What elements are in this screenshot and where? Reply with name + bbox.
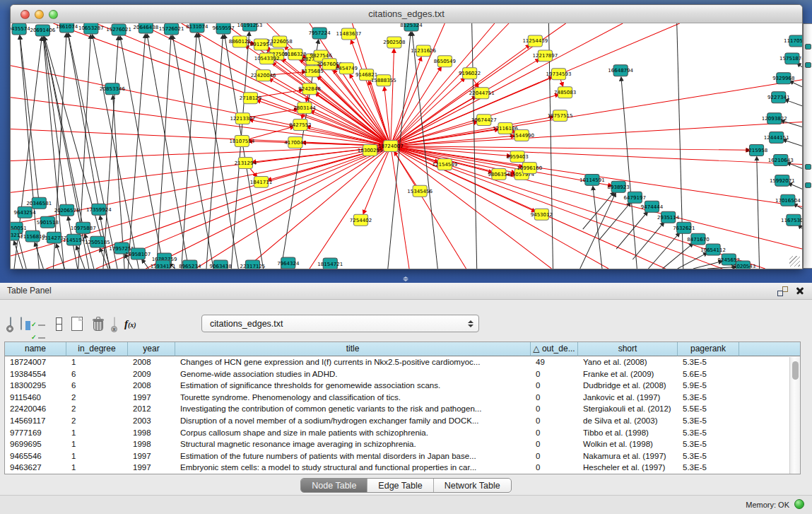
graph-edge[interactable] [11,98,391,146]
graph-node[interactable]: 12093822 [762,113,787,124]
graph-node[interactable]: 11170546 [784,35,802,47]
table-cell[interactable]: Franke et al. (2009) [578,368,678,380]
graph-edge[interactable] [310,146,391,269]
graph-node[interactable]: 20206576 [54,204,80,216]
graph-node[interactable]: 8860123 [229,36,251,47]
graph-node[interactable]: 16648794 [608,65,633,76]
vertical-scrollbar[interactable] [789,357,800,474]
graph-node[interactable]: 12505185 [85,236,110,247]
graph-edge[interactable] [391,146,608,269]
table-cell[interactable]: 5.3E-5 [678,415,739,427]
scrollbar-thumb[interactable] [792,361,799,380]
graph-node[interactable]: 7964324 [277,257,300,269]
graph-node[interactable]: 18757515 [548,110,573,122]
graph-node[interactable]: 9474444 [641,201,664,212]
graph-edge[interactable] [156,36,171,269]
table-cell[interactable]: 9463627 [5,462,66,474]
graph-edge[interactable] [142,259,148,269]
graph-node[interactable]: 18107554 [229,136,254,147]
graph-edge[interactable] [231,33,249,269]
table-row[interactable]: 1872400712008Changes of HCN gene express… [5,356,800,368]
table-cell[interactable]: 5.6E-5 [678,368,739,380]
table-cell[interactable]: Hescheler et al. (1997) [578,462,678,474]
table-cell[interactable]: 2009 [128,368,175,380]
table-cell[interactable]: 5.5E-5 [678,403,739,415]
graph-node[interactable]: 2718129 [240,93,261,104]
graph-node[interactable]: 9435574 [11,23,30,35]
graph-node[interactable]: 20691406 [30,25,55,36]
column-header-year[interactable]: year [128,342,175,356]
table-row[interactable]: 1830029562008Estimation of significance … [5,380,800,392]
table-row[interactable]: 946554611997Estimation of the future num… [5,450,800,462]
table-cell[interactable]: Changes of HCN gene expression and I(f) … [175,356,531,368]
graph-edge[interactable] [632,223,664,259]
table-cell[interactable]: 2 [66,403,128,415]
table-cell[interactable]: 2008 [128,380,175,392]
graph-node[interactable]: 7957224 [308,28,331,39]
table-cell[interactable]: 9777169 [5,427,66,439]
table-cell[interactable]: Tibbo et al. (1998) [578,427,678,439]
table-cell[interactable]: 0 [531,368,578,380]
table-cell[interactable]: 1 [66,450,128,462]
table-cell[interactable]: Tourette syndrome. Phenomenology and cla… [175,392,531,404]
table-cell[interactable]: 0 [531,450,578,462]
graph-node[interactable]: 8938923 [607,181,629,192]
graph-edge[interactable] [172,36,213,269]
table-cell[interactable]: 0 [531,427,578,439]
table-cell[interactable]: 5.3E-5 [678,438,739,450]
graph-edge[interactable] [93,35,139,269]
table-row[interactable]: 2242004622012Investigating the contribut… [5,403,800,415]
show-column-button[interactable] [20,317,22,330]
table-cell[interactable]: 9115460 [5,392,66,404]
tab-edge-table[interactable]: Edge Table [367,479,433,492]
graph-edge[interactable] [616,212,647,249]
graph-edge[interactable] [53,23,390,146]
graph-edge[interactable] [182,34,197,269]
table-cell[interactable]: 0 [531,403,578,415]
graph-edge[interactable] [44,37,67,210]
graph-node[interactable]: 9063438 [209,260,231,269]
table-row[interactable]: 977716911998Corpus callosum shape and si… [5,427,800,439]
graph-node[interactable]: 9329968 [772,73,794,84]
graph-node[interactable]: 7254402 [350,214,372,226]
column-header-in-degree[interactable]: in_degree [66,342,128,356]
column-cells-button[interactable] [56,317,62,331]
graph-node[interactable]: 9453012 [531,209,553,220]
graph-edge[interactable] [599,203,630,240]
graph-node[interactable]: 8965234 [179,260,201,269]
graph-node[interactable]: 2131294 [235,157,257,168]
table-cell[interactable]: 19384554 [5,368,66,380]
column-header-short[interactable]: short [578,342,678,356]
graph-edge[interactable] [790,81,802,87]
table-cell[interactable]: 49 [531,356,578,368]
graph-node[interactable]: 10674427 [471,115,497,126]
graph-edge[interactable] [245,146,390,269]
graph-node[interactable]: 15726021 [159,23,184,35]
graph-edge[interactable] [787,163,802,168]
graph-edge[interactable] [593,187,602,269]
table-cell[interactable]: 9699695 [5,438,66,450]
table-cell[interactable]: 1998 [128,438,175,450]
graph-edge[interactable] [472,23,477,269]
graph-node[interactable]: 17016504 [775,194,801,206]
graph-node[interactable]: 2902508 [383,37,405,48]
table-cell[interactable]: 22420046 [5,403,66,415]
graph-edge[interactable] [11,129,391,146]
table-cell[interactable]: Corpus callosum shape and size in male p… [175,427,531,439]
column-header-name[interactable]: name [5,342,66,356]
table-cell[interactable]: 5.3E-5 [678,392,739,404]
table-cell[interactable]: Estimation of significance thresholds fo… [175,380,531,392]
network-selector[interactable]: citations_edges.txt [201,315,479,332]
select-rows-button[interactable]: ✓ ✓ ✓ [31,317,47,331]
table-cell[interactable]: 9465546 [5,450,66,462]
table-cell[interactable]: 0 [531,415,578,427]
table-row[interactable]: 969969511998Structural magnetic resonanc… [5,438,800,450]
table-row[interactable]: 946362711997Embryonic stem cells: a mode… [5,462,800,474]
close-icon[interactable] [795,286,805,296]
network-canvas[interactable]: 9435574206914061861074106532871527602120… [11,23,802,269]
table-cell[interactable]: Genome-wide association studies in ADHD. [175,368,531,380]
table-cell[interactable]: 18724007 [5,356,66,368]
graph-node[interactable]: 6479197 [624,192,646,203]
table-cell[interactable]: de Silva et al. (2003) [578,415,678,427]
graph-node[interactable]: 8125324 [400,23,423,31]
